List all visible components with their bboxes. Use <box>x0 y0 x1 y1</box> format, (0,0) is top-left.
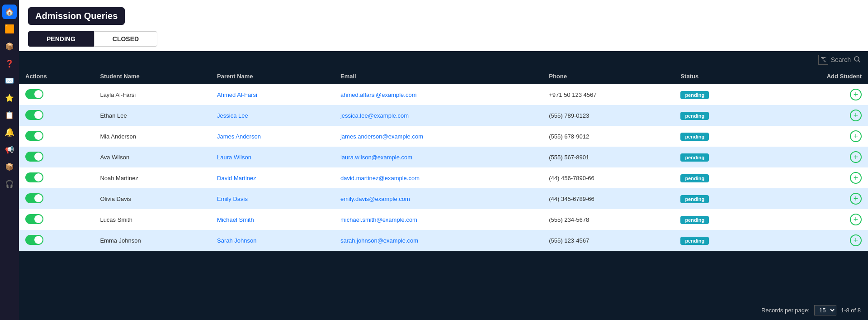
table-row: Ava Wilson Laura Wilson laura.wilson@exa… <box>19 147 868 167</box>
tab-closed[interactable]: CLOSED <box>94 31 157 47</box>
col-student-name: Student Name <box>94 68 211 84</box>
status-badge: pending <box>674 126 764 147</box>
parent-name: Emily Davis <box>211 188 334 209</box>
table-row: Emma Johnson Sarah Johnson sarah.johnson… <box>19 230 868 251</box>
table-row: Lucas Smith Michael Smith michael.smith@… <box>19 209 868 230</box>
add-student-cell[interactable]: + <box>764 147 868 167</box>
records-per-page-select[interactable]: 15 25 50 <box>814 305 836 315</box>
action-toggle[interactable] <box>19 126 94 147</box>
tab-pending[interactable]: PENDING <box>28 31 94 47</box>
email: james.anderson@example.com <box>334 126 542 147</box>
add-student-button[interactable]: + <box>850 234 862 246</box>
parent-name: Jessica Lee <box>211 105 334 126</box>
phone: (555) 567-8901 <box>542 147 674 167</box>
action-toggle[interactable] <box>19 105 94 126</box>
email: sarah.johnson@example.com <box>334 230 542 251</box>
add-student-cell[interactable]: + <box>764 84 868 105</box>
phone: (555) 234-5678 <box>542 209 674 230</box>
star-icon[interactable]: ⭐ <box>2 91 17 105</box>
box2-icon[interactable]: 📦 <box>2 159 17 174</box>
help-icon[interactable]: ❓ <box>2 56 17 71</box>
status-badge: pending <box>674 209 764 230</box>
email: jessica.lee@example.com <box>334 105 542 126</box>
email: laura.wilson@example.com <box>334 147 542 167</box>
action-toggle[interactable] <box>19 230 94 251</box>
add-student-cell[interactable]: + <box>764 167 868 188</box>
phone: (44) 456-7890-66 <box>542 167 674 188</box>
headphone-icon[interactable]: 🎧 <box>2 177 17 191</box>
col-email: Email <box>334 68 542 84</box>
parent-name: James Anderson <box>211 126 334 147</box>
status-badge: pending <box>674 167 764 188</box>
student-name: Mia Anderson <box>94 126 211 147</box>
email: michael.smith@example.com <box>334 209 542 230</box>
tab-bar: PENDING CLOSED <box>28 31 859 47</box>
student-name: Layla Al-Farsi <box>94 84 211 105</box>
phone: +971 50 123 4567 <box>542 84 674 105</box>
add-student-cell[interactable]: + <box>764 230 868 251</box>
search-box: Search <box>818 55 861 65</box>
grid-icon[interactable]: 🟧 <box>2 22 17 36</box>
search-label: Search <box>831 56 851 63</box>
parent-name: Laura Wilson <box>211 147 334 167</box>
table-row: Ethan Lee Jessica Lee jessica.lee@exampl… <box>19 105 868 126</box>
add-student-button[interactable]: + <box>850 151 862 163</box>
parent-name: David Martinez <box>211 167 334 188</box>
status-badge: pending <box>674 188 764 209</box>
add-student-button[interactable]: + <box>850 110 862 121</box>
email: david.martinez@example.com <box>334 167 542 188</box>
add-student-button[interactable]: + <box>850 172 862 184</box>
student-name: Noah Martinez <box>94 167 211 188</box>
col-actions: Actions <box>19 68 94 84</box>
action-toggle[interactable] <box>19 167 94 188</box>
student-name: Ethan Lee <box>94 105 211 126</box>
file-icon[interactable]: 📋 <box>2 108 17 122</box>
table-scroll: Actions Student Name Parent Name Email P… <box>19 68 868 301</box>
records-label: Records per page: <box>761 307 810 314</box>
col-add-student: Add Student <box>764 68 868 84</box>
table-footer: Records per page: 15 25 50 1-8 of 8 <box>19 301 868 320</box>
search-icon[interactable] <box>854 56 861 64</box>
parent-name: Michael Smith <box>211 209 334 230</box>
action-toggle[interactable] <box>19 84 94 105</box>
parent-name: Ahmed Al-Farsi <box>211 84 334 105</box>
megaphone-icon[interactable]: 📢 <box>2 142 17 157</box>
table-toolbar: Search <box>19 51 868 68</box>
page-title: Admission Queries <box>28 7 125 25</box>
status-badge: pending <box>674 105 764 126</box>
add-student-button[interactable]: + <box>850 214 862 225</box>
phone: (44) 345-6789-66 <box>542 188 674 209</box>
mail-icon[interactable]: ✉️ <box>2 73 17 88</box>
table-row: Mia Anderson James Anderson james.anders… <box>19 126 868 147</box>
main-content: Admission Queries PENDING CLOSED Search <box>19 0 868 320</box>
student-name: Emma Johnson <box>94 230 211 251</box>
box-icon[interactable]: 📦 <box>2 39 17 53</box>
add-student-cell[interactable]: + <box>764 126 868 147</box>
add-student-cell[interactable]: + <box>764 209 868 230</box>
parent-name: Sarah Johnson <box>211 230 334 251</box>
action-toggle[interactable] <box>19 147 94 167</box>
sidebar: 🏠 🟧 📦 ❓ ✉️ ⭐ 📋 🔔 📢 📦 🎧 <box>0 0 19 320</box>
alert-icon[interactable]: 🔔 <box>2 125 17 139</box>
add-student-button[interactable]: + <box>850 89 862 100</box>
email: ahmed.alfarsi@example.com <box>334 84 542 105</box>
add-student-button[interactable]: + <box>850 130 862 142</box>
add-student-cell[interactable]: + <box>764 105 868 126</box>
phone: (555) 678-9012 <box>542 126 674 147</box>
phone: (555) 123-4567 <box>542 230 674 251</box>
home-icon[interactable]: 🏠 <box>2 5 17 19</box>
table-row: Noah Martinez David Martinez david.marti… <box>19 167 868 188</box>
student-name: Ava Wilson <box>94 147 211 167</box>
action-toggle[interactable] <box>19 209 94 230</box>
action-toggle[interactable] <box>19 188 94 209</box>
status-badge: pending <box>674 84 764 105</box>
table-row: Layla Al-Farsi Ahmed Al-Farsi ahmed.alfa… <box>19 84 868 105</box>
add-student-button[interactable]: + <box>850 193 862 205</box>
table-wrapper: Search Actions Student Name Parent Name … <box>19 51 868 320</box>
col-status: Status <box>674 68 764 84</box>
expand-icon[interactable] <box>818 55 828 65</box>
data-table: Actions Student Name Parent Name Email P… <box>19 68 868 251</box>
add-student-cell[interactable]: + <box>764 188 868 209</box>
col-phone: Phone <box>542 68 674 84</box>
table-row: Olivia Davis Emily Davis emily.davis@exa… <box>19 188 868 209</box>
